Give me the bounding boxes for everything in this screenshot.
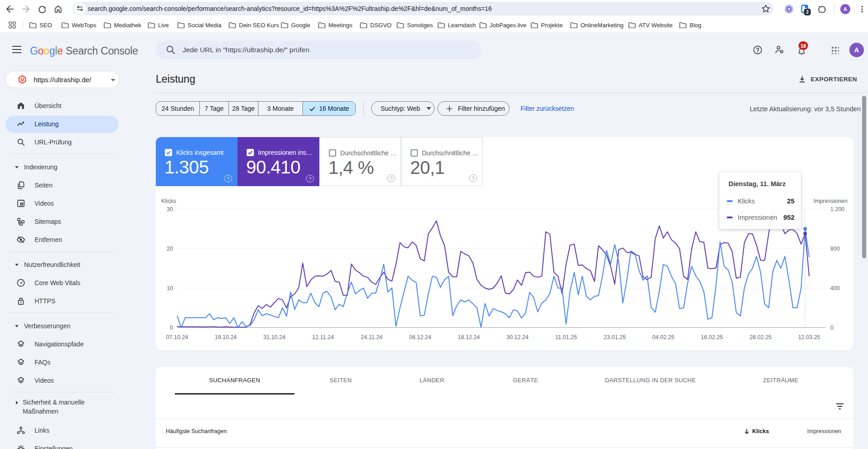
svg-text:800: 800: [830, 246, 840, 252]
svg-text:12.11.24: 12.11.24: [312, 334, 334, 340]
svg-text:10: 10: [167, 285, 173, 291]
svg-text:11.01.25: 11.01.25: [555, 334, 577, 340]
svg-text:20: 20: [167, 246, 173, 252]
svg-text:19.10.24: 19.10.24: [215, 334, 237, 340]
svg-text:12.03.25: 12.03.25: [798, 334, 820, 340]
svg-text:18.12.24: 18.12.24: [458, 334, 480, 340]
svg-text:31.10.24: 31.10.24: [263, 334, 286, 340]
svg-text:24.11.24: 24.11.24: [361, 334, 382, 340]
svg-text:Impressionen: Impressionen: [813, 198, 848, 204]
svg-text:0: 0: [830, 325, 833, 331]
svg-text:1.200: 1.200: [830, 206, 844, 212]
svg-text:23.01.25: 23.01.25: [604, 334, 626, 340]
svg-text:28.02.25: 28.02.25: [749, 334, 772, 340]
svg-text:30: 30: [167, 206, 173, 212]
svg-text:0: 0: [170, 325, 173, 331]
svg-text:16.02.25: 16.02.25: [701, 334, 723, 340]
svg-text:400: 400: [830, 285, 840, 291]
svg-text:04.02.25: 04.02.25: [652, 334, 675, 340]
svg-text:Klicks: Klicks: [161, 198, 176, 204]
svg-text:07.10.24: 07.10.24: [166, 334, 188, 340]
svg-text:06.12.24: 06.12.24: [409, 334, 432, 340]
svg-text:30.12.24: 30.12.24: [506, 334, 529, 340]
